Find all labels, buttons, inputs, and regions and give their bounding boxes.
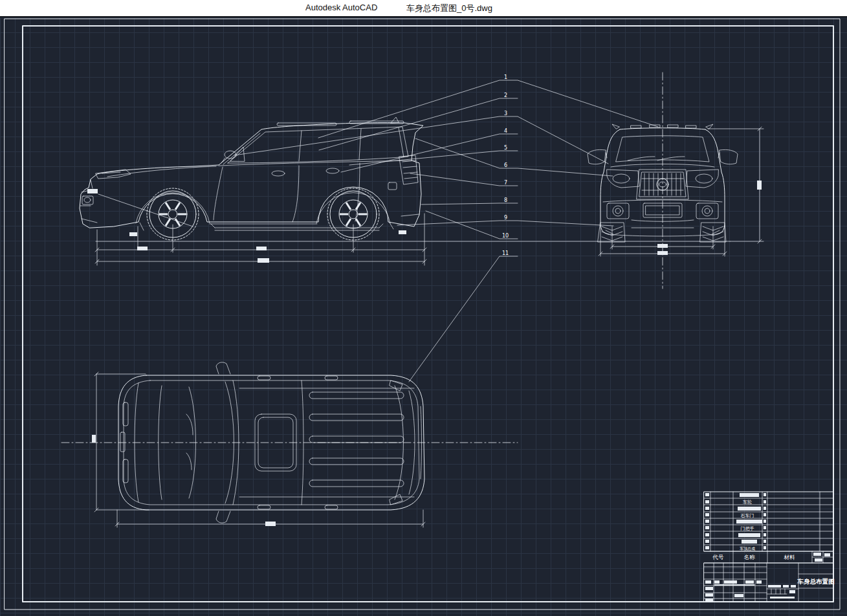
header-material: 材料 xyxy=(784,554,796,560)
leader-1: 1 xyxy=(318,74,658,138)
header-name: 名称 xyxy=(744,554,756,560)
drawing-frame xyxy=(5,19,840,610)
leader-9: 9 xyxy=(397,215,613,226)
leader-7: 7 xyxy=(410,173,518,186)
leader-label-6: 6 xyxy=(504,162,507,168)
drawing-svg: 1 2 3 4 5 6 7 8 9 10 11 车轮 右车门 门把手 车顶总成 xyxy=(0,17,847,616)
leader-label-2: 2 xyxy=(504,93,507,98)
part-name-right-door: 右车门 xyxy=(741,513,754,518)
leader-4: 4 xyxy=(341,128,518,172)
part-name-roof-assembly: 车顶总成 xyxy=(740,546,755,551)
drawing-canvas[interactable]: 1 2 3 4 5 6 7 8 9 10 11 车轮 右车门 门把手 车顶总成 xyxy=(0,16,847,616)
leader-5: 5 xyxy=(349,145,518,165)
front-view xyxy=(588,72,738,289)
leader-2: 2 xyxy=(319,93,518,150)
part-name-wheel: 车轮 xyxy=(743,500,752,505)
header-code: 代号 xyxy=(712,554,725,560)
leader-11: 11 xyxy=(409,250,518,382)
document-tab-title: 车身总布置图_0号.dwg xyxy=(406,3,492,14)
window-titlebar: Autodesk AutoCAD 车身总布置图_0号.dwg xyxy=(0,0,847,16)
part-name-door-handle: 门把手 xyxy=(741,526,754,531)
drawing-title: 车身总布置图 xyxy=(797,578,835,585)
leader-3: 3 xyxy=(234,111,608,164)
leader-label-11: 11 xyxy=(502,250,509,256)
leader-6: 6 xyxy=(415,138,613,176)
leader-label-8: 8 xyxy=(504,197,507,203)
leader-8: 8 xyxy=(421,197,518,204)
leader-label-4: 4 xyxy=(504,128,507,134)
top-view xyxy=(61,362,518,523)
leader-label-5: 5 xyxy=(504,145,507,151)
leader-label-10: 10 xyxy=(502,233,509,239)
leader-label-1: 1 xyxy=(504,74,507,80)
leader-label-7: 7 xyxy=(504,180,507,186)
side-view xyxy=(80,117,423,240)
leader-label-9: 9 xyxy=(504,215,507,221)
leader-callouts: 1 2 3 4 5 6 7 8 9 10 11 xyxy=(234,74,658,382)
app-title: Autodesk AutoCAD xyxy=(305,3,377,12)
title-block: 车轮 右车门 门把手 车顶总成 代号 名称 材料 车身总布置图 xyxy=(704,492,835,602)
leader-label-3: 3 xyxy=(504,111,507,116)
